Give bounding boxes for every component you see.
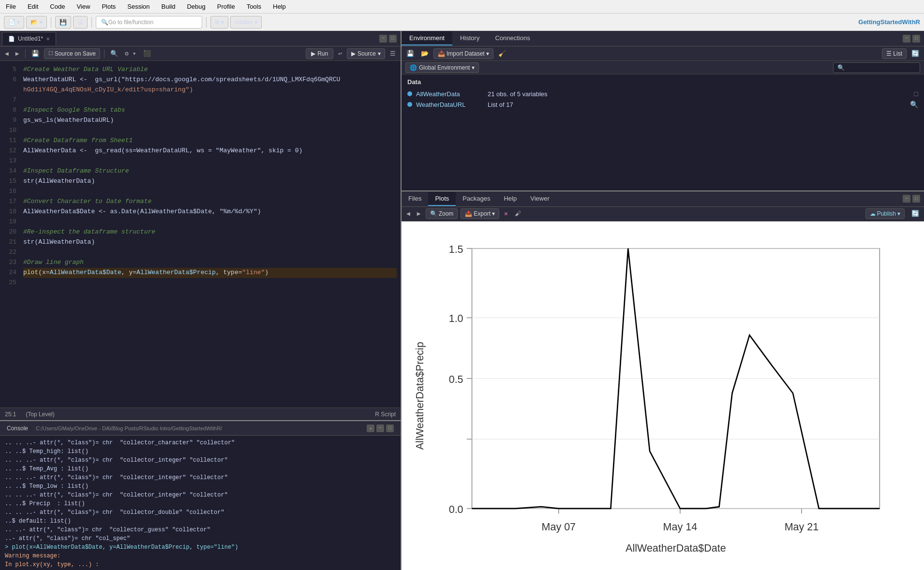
forward-button[interactable]: ▶ bbox=[14, 49, 21, 58]
minimize-editor-button[interactable]: − bbox=[379, 35, 387, 43]
run-button[interactable]: ▶ Run bbox=[306, 48, 333, 59]
viewer-tab-plots[interactable]: Plots bbox=[428, 192, 456, 206]
brush-button[interactable]: 🖌 bbox=[513, 209, 523, 219]
publish-button[interactable]: ☁ Publish ▾ bbox=[865, 208, 905, 219]
env-tab-environment[interactable]: Environment bbox=[402, 31, 452, 45]
code-line: hGd1iY4GQ_a4qENOsH_cDyIU_k/edit?usp=shar… bbox=[23, 85, 397, 95]
menu-help[interactable]: Help bbox=[271, 2, 288, 11]
code-level: (Top Level) bbox=[26, 411, 54, 418]
minimize-viewer-button[interactable]: − bbox=[903, 195, 910, 203]
global-env-selector[interactable]: 🌐 Global Environment ▾ bbox=[405, 62, 479, 73]
plot-area: 1.5 1.0 0.5 0.0 AllWeatherData$Precip Ma… bbox=[402, 221, 924, 570]
prev-plot-button[interactable]: ◀ bbox=[404, 209, 412, 219]
menu-session[interactable]: Session bbox=[125, 2, 151, 11]
clear-env-button[interactable]: 🧹 bbox=[496, 49, 508, 58]
options-button[interactable]: ☰ bbox=[388, 49, 398, 58]
detach-console-button[interactable]: ↗ bbox=[367, 424, 374, 432]
minimize-console-button[interactable]: − bbox=[376, 424, 384, 432]
code-line: #Inspect Dataframe Structure bbox=[23, 166, 397, 176]
svg-text:May 21: May 21 bbox=[785, 521, 819, 532]
console-line: .. ..$ Precip : list() bbox=[5, 499, 396, 508]
code-line: gs_ws_ls(WeatherDataURL) bbox=[23, 116, 397, 126]
svg-text:1.5: 1.5 bbox=[449, 243, 463, 255]
menu-plots[interactable]: Plots bbox=[100, 2, 118, 11]
maximize-viewer-button[interactable]: □ bbox=[912, 195, 920, 203]
addins-button[interactable]: Addins ▾ bbox=[230, 16, 262, 29]
menu-view[interactable]: View bbox=[75, 2, 92, 11]
rerun-button[interactable]: ↩ bbox=[336, 49, 344, 58]
stop-button[interactable]: ⬛ bbox=[141, 49, 153, 58]
maximize-editor-button[interactable]: □ bbox=[389, 35, 397, 43]
load-env-button[interactable]: 📂 bbox=[419, 49, 431, 58]
menu-file[interactable]: File bbox=[4, 2, 18, 11]
code-line bbox=[23, 248, 397, 258]
menu-debug[interactable]: Debug bbox=[185, 2, 207, 11]
menu-edit[interactable]: Edit bbox=[26, 2, 40, 11]
env-tab-connections[interactable]: Connections bbox=[487, 31, 537, 45]
code-line: #Inspect Google Sheets tabs bbox=[23, 105, 397, 116]
svg-text:0.5: 0.5 bbox=[449, 373, 463, 385]
svg-text:0.0: 0.0 bbox=[449, 503, 463, 515]
env-item-allweatherdata[interactable]: AllWeatherData 21 obs. of 5 variables □ bbox=[407, 88, 918, 99]
status-bar: 25:1 (Top Level) R Script bbox=[0, 408, 401, 420]
viewer-tab-bar: Files Plots Packages Help Viewer − □ bbox=[402, 191, 924, 207]
import-dataset-button[interactable]: 📥 Import Dataset ▾ bbox=[433, 48, 493, 59]
env-item-weatherdataurl[interactable]: WeatherDataURL List of 17 🔍 bbox=[407, 99, 918, 110]
editor-tab-untitled1[interactable]: 📄 Untitled1* ✕ bbox=[2, 32, 56, 45]
search-data-icon-1[interactable]: 🔍 bbox=[910, 101, 918, 108]
env-tab-bar: Environment History Connections − □ bbox=[402, 31, 924, 46]
menu-profile[interactable]: Profile bbox=[215, 2, 237, 11]
console-warning-header: Warning message: bbox=[5, 552, 396, 560]
editor-panel-controls: − □ bbox=[379, 35, 401, 43]
new-file-button[interactable]: 📄 ▾ bbox=[4, 16, 24, 29]
refresh-plot-button[interactable]: 🔄 bbox=[909, 209, 921, 219]
menu-code[interactable]: Code bbox=[48, 2, 67, 11]
line-numbers: 5678910111213141516171819202122232425 bbox=[0, 61, 19, 408]
console-warning-line: In plot.xy(xy, type, ...) : bbox=[5, 560, 396, 569]
zoom-button[interactable]: 🔍 Zoom bbox=[426, 208, 458, 219]
next-plot-button[interactable]: ▶ bbox=[415, 209, 423, 219]
source-on-save-button[interactable]: ☐ Source on Save bbox=[44, 48, 100, 59]
viewer-tab-help[interactable]: Help bbox=[497, 192, 523, 206]
maximize-env-button[interactable]: □ bbox=[912, 35, 920, 43]
env-search-input[interactable] bbox=[833, 62, 920, 73]
open-file-button[interactable]: 📂 ▾ bbox=[26, 16, 46, 29]
viewer-tab-packages[interactable]: Packages bbox=[456, 192, 497, 206]
console-line: .. .. ..- attr(*, "class")= chr "collect… bbox=[5, 508, 396, 517]
close-tab-icon[interactable]: ✕ bbox=[46, 36, 50, 42]
refresh-env-button[interactable]: 🔄 bbox=[909, 49, 921, 58]
console-content[interactable]: .. .. ..- attr(*, "class")= chr "collect… bbox=[0, 436, 401, 570]
svg-text:AllWeatherData$Date: AllWeatherData$Date bbox=[626, 542, 726, 554]
code-content[interactable]: #Create Weather Data URL VariableWeather… bbox=[19, 61, 401, 408]
code-line: #Draw line graph bbox=[23, 258, 397, 268]
menu-build[interactable]: Build bbox=[160, 2, 178, 11]
console-tab[interactable]: Console bbox=[3, 423, 32, 434]
save-env-button[interactable]: 💾 bbox=[404, 49, 416, 58]
env-tab-history[interactable]: History bbox=[452, 31, 487, 45]
find-button[interactable]: 🔍 bbox=[108, 49, 120, 58]
svg-text:May 14: May 14 bbox=[663, 521, 698, 532]
view-data-icon-0[interactable]: □ bbox=[914, 90, 918, 98]
export-button[interactable]: 📤 Export ▾ bbox=[461, 208, 499, 219]
save-editor-button[interactable]: 💾 bbox=[30, 49, 41, 58]
print-button[interactable]: 🖨 bbox=[73, 16, 88, 29]
minimize-env-button[interactable]: − bbox=[903, 35, 910, 43]
grid-button[interactable]: ⊞ ▾ bbox=[210, 16, 228, 29]
viewer-tab-viewer[interactable]: Viewer bbox=[523, 192, 556, 206]
maximize-console-button[interactable]: □ bbox=[386, 424, 394, 432]
delete-plot-button[interactable]: ✕ bbox=[502, 209, 510, 219]
code-tools-button[interactable]: ⚙ ▾ bbox=[123, 49, 138, 58]
save-button[interactable]: 💾 bbox=[55, 16, 71, 29]
code-line: WeatherDataURL <- gs_url("https://docs.g… bbox=[23, 75, 397, 85]
console-prompt-line: > plot(x=AllWeatherData$Date, y=AllWeath… bbox=[5, 543, 396, 552]
code-line: AllWeatherData <- gs_read(ss=WeatherData… bbox=[23, 146, 397, 156]
viewer-tab-files[interactable]: Files bbox=[402, 192, 428, 206]
source-button[interactable]: ▶ Source ▾ bbox=[347, 48, 385, 59]
line-chart: 1.5 1.0 0.5 0.0 AllWeatherData$Precip Ma… bbox=[411, 231, 914, 560]
ed-sep-1 bbox=[25, 49, 26, 58]
goto-file-input[interactable]: 🔍 Go to file/function bbox=[96, 16, 202, 29]
back-button[interactable]: ◀ bbox=[3, 49, 11, 58]
menu-tools[interactable]: Tools bbox=[245, 2, 263, 11]
console-section: Console C:/Users/GMaly/OneDrive - DAI/Bl… bbox=[0, 420, 401, 570]
list-view-button[interactable]: ☰ List bbox=[882, 48, 907, 59]
